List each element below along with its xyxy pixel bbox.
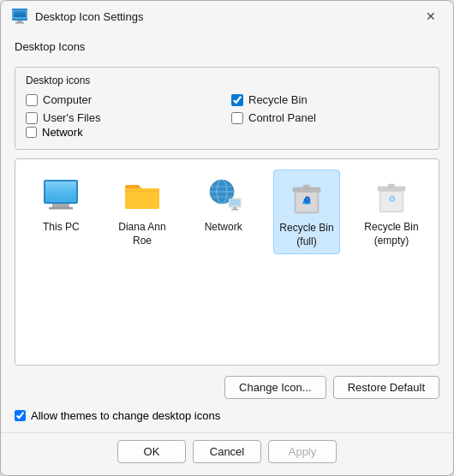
app-icon bbox=[11, 8, 28, 25]
svg-rect-28 bbox=[388, 184, 395, 187]
icon-network-label: Network bbox=[205, 221, 242, 235]
checkbox-control[interactable]: Control Panel bbox=[231, 111, 428, 124]
svg-rect-3 bbox=[14, 11, 26, 17]
title-bar: Desktop Icon Settings ✕ bbox=[1, 1, 453, 32]
checkbox-control-label[interactable]: Control Panel bbox=[248, 111, 316, 124]
checkbox-grid: Computer Recycle Bin User's Files Contro… bbox=[26, 93, 428, 124]
ok-button[interactable]: OK bbox=[117, 440, 186, 463]
svg-rect-23 bbox=[303, 185, 310, 188]
diana-icon bbox=[122, 175, 163, 216]
svg-rect-19 bbox=[231, 209, 238, 211]
allow-themes-row[interactable]: Allow themes to change desktop icons bbox=[15, 409, 439, 422]
icon-recycle-empty[interactable]: ♻ Recycle Bin(empty) bbox=[359, 170, 423, 253]
svg-rect-4 bbox=[17, 21, 22, 22]
recycle-bin-empty-icon: ♻ bbox=[371, 175, 412, 216]
icon-this-pc[interactable]: This PC bbox=[30, 170, 92, 240]
icon-recycle-full[interactable]: ♻ Recycle Bin(full) bbox=[273, 170, 339, 254]
section-label: Desktop Icons bbox=[15, 40, 439, 53]
checkbox-recycle-input[interactable] bbox=[231, 94, 243, 106]
apply-button[interactable]: Apply bbox=[268, 440, 337, 463]
checkbox-network[interactable]: Network bbox=[26, 126, 428, 139]
group-box-title: Desktop icons bbox=[26, 74, 428, 86]
checkbox-recycle[interactable]: Recycle Bin bbox=[231, 93, 428, 106]
checkbox-computer[interactable]: Computer bbox=[26, 93, 223, 106]
main-content: Desktop Icons Desktop icons Computer Rec… bbox=[1, 32, 453, 432]
svg-rect-5 bbox=[15, 22, 24, 24]
checkbox-users-input[interactable] bbox=[26, 112, 38, 124]
icon-recycle-full-label: Recycle Bin(full) bbox=[279, 222, 333, 248]
network-icon bbox=[203, 175, 244, 216]
svg-rect-9 bbox=[49, 207, 73, 210]
checkbox-control-input[interactable] bbox=[231, 112, 243, 124]
allow-themes-checkbox[interactable] bbox=[15, 410, 26, 421]
close-button[interactable]: ✕ bbox=[419, 4, 443, 28]
recycle-bin-full-icon: ♻ bbox=[286, 176, 327, 217]
change-icon-button[interactable]: Change Icon... bbox=[224, 376, 326, 399]
svg-rect-17 bbox=[230, 199, 240, 205]
icon-this-pc-label: This PC bbox=[43, 221, 80, 235]
dialog-window: Desktop Icon Settings ✕ Desktop Icons De… bbox=[0, 0, 454, 476]
restore-default-button[interactable]: Restore Default bbox=[333, 376, 439, 399]
icon-recycle-empty-label: Recycle Bin(empty) bbox=[364, 221, 418, 247]
allow-themes-label[interactable]: Allow themes to change desktop icons bbox=[31, 409, 220, 422]
svg-text:♻: ♻ bbox=[302, 195, 310, 205]
checkbox-recycle-label[interactable]: Recycle Bin bbox=[248, 93, 308, 106]
icon-diana-label: Diana AnnRoe bbox=[118, 221, 165, 247]
desktop-icons-group: Desktop icons Computer Recycle Bin User'… bbox=[15, 67, 439, 150]
this-pc-icon bbox=[40, 175, 81, 216]
icon-network[interactable]: Network bbox=[193, 170, 254, 240]
checkbox-network-label[interactable]: Network bbox=[42, 126, 83, 139]
icon-diana[interactable]: Diana AnnRoe bbox=[111, 170, 173, 253]
footer: OK Cancel Apply bbox=[1, 432, 453, 475]
svg-rect-8 bbox=[52, 204, 69, 207]
svg-rect-18 bbox=[233, 207, 236, 209]
icons-panel: This PC Diana AnnRoe bbox=[15, 158, 439, 366]
cancel-button[interactable]: Cancel bbox=[193, 440, 261, 463]
svg-rect-10 bbox=[45, 181, 76, 202]
checkbox-computer-input[interactable] bbox=[26, 94, 38, 106]
icon-action-buttons: Change Icon... Restore Default bbox=[15, 376, 439, 399]
checkbox-users[interactable]: User's Files bbox=[26, 111, 223, 124]
checkbox-users-label[interactable]: User's Files bbox=[43, 111, 101, 124]
svg-text:♻: ♻ bbox=[387, 194, 395, 204]
checkbox-computer-label[interactable]: Computer bbox=[43, 93, 92, 106]
checkbox-network-input[interactable] bbox=[26, 127, 37, 138]
title-bar-text: Desktop Icon Settings bbox=[35, 10, 419, 23]
